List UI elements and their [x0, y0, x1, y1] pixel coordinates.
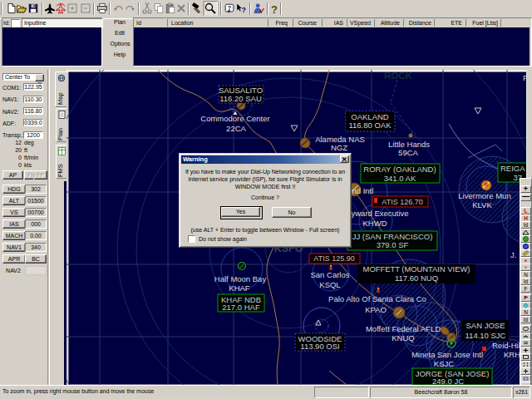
- svg-text:341.0 AK: 341.0 AK: [384, 174, 416, 183]
- svg-text:Moffett Federal AFLD: Moffett Federal AFLD: [366, 324, 441, 333]
- svg-text:249.0 JC: 249.0 JC: [432, 377, 464, 385]
- svg-text:NGZ: NGZ: [331, 143, 347, 152]
- svg-text:22CA: 22CA: [226, 124, 246, 133]
- svg-text:Mineta San Jose Intl: Mineta San Jose Intl: [411, 350, 483, 359]
- svg-text:ROCK: ROCK: [384, 71, 413, 81]
- svg-text:MOFFETT (MOUNTAIN VIEW): MOFFETT (MOUNTAIN VIEW): [363, 264, 470, 273]
- svg-text:RORAY (OAKLAND): RORAY (OAKLAND): [363, 165, 436, 174]
- svg-text:ATIS 126.70: ATIS 126.70: [382, 198, 422, 206]
- svg-text:379.0 SF: 379.0 SF: [377, 240, 409, 249]
- svg-text:59CA: 59CA: [398, 148, 418, 157]
- svg-text:?: ?: [228, 4, 231, 12]
- svg-text:?: ?: [271, 3, 278, 16]
- svg-text:Half Moon Bay: Half Moon Bay: [214, 274, 267, 283]
- svg-text:J.: J.: [510, 250, 516, 259]
- svg-text:San Carlos: San Carlos: [311, 270, 350, 279]
- svg-text:114.10 SJC: 114.10 SJC: [466, 331, 506, 340]
- svg-text:KLVK: KLVK: [472, 200, 492, 209]
- svg-text:KHWD: KHWD: [362, 219, 387, 228]
- svg-text:Palo Alto Of Santa Clara Co: Palo Alto Of Santa Clara Co: [328, 294, 426, 303]
- svg-text:KNUQ: KNUQ: [392, 333, 414, 342]
- svg-text:KSJC: KSJC: [434, 359, 454, 368]
- svg-text:SAN JOSE: SAN JOSE: [466, 321, 505, 330]
- svg-text:116.80 OAK: 116.80 OAK: [348, 121, 392, 130]
- svg-text:113.90 OSI: 113.90 OSI: [300, 342, 339, 351]
- svg-text:KHAF: KHAF: [229, 283, 250, 293]
- svg-text:Commodore Center: Commodore Center: [200, 114, 269, 123]
- svg-text:KSQL: KSQL: [319, 280, 340, 289]
- svg-text:117.60 NUQ: 117.60 NUQ: [395, 273, 438, 283]
- svg-text:?: ?: [242, 6, 246, 14]
- svg-text:KPAO: KPAO: [365, 305, 387, 314]
- svg-text:Livermore Mun: Livermore Mun: [458, 191, 510, 200]
- svg-text:217.0 HAF: 217.0 HAF: [222, 303, 260, 312]
- svg-text:116.20 SAU: 116.20 SAU: [219, 94, 262, 103]
- svg-text:ATIS 125.90: ATIS 125.90: [313, 254, 354, 263]
